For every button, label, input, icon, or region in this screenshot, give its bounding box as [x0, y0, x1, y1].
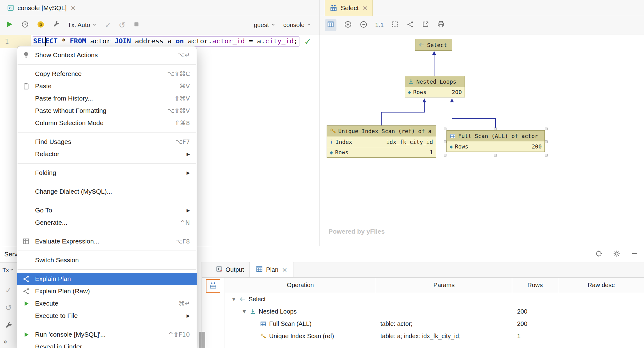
selection-handle[interactable]	[444, 154, 446, 156]
column-header-operation[interactable]: Operation	[225, 278, 376, 293]
rollback-button[interactable]: ↺	[119, 21, 125, 30]
menu-item-refactor[interactable]: Refactor▶	[17, 148, 197, 160]
menu-item-go-to[interactable]: Go To▶	[17, 204, 197, 216]
selection-handle[interactable]	[545, 154, 548, 156]
tab-label: Plan	[266, 266, 278, 273]
plan-table-row[interactable]: Full Scan (ALL)table: actor;200	[225, 318, 644, 330]
menu-item-change-dialect-mysql[interactable]: Change Dialect (MySQL)...	[17, 185, 197, 198]
column-header-params[interactable]: Params	[376, 278, 512, 293]
menu-item-execute-to-file[interactable]: Execute to File▶	[17, 310, 197, 322]
close-icon[interactable]: ×	[70, 5, 76, 11]
menu-item-paste[interactable]: Paste⌘V	[17, 80, 197, 92]
rows-label: Rows	[335, 149, 348, 156]
query-history-button[interactable]	[21, 20, 29, 30]
run-button[interactable]	[5, 20, 14, 30]
menu-item-shortcut: ⌥↵	[178, 51, 190, 59]
plan-node-nested-loops[interactable]: Nested Loops ◆ Rows 200	[405, 76, 465, 97]
menu-item-show-context-actions[interactable]: Show Context Actions⌥↵	[17, 49, 197, 61]
expand-arrow-icon[interactable]: ▼	[229, 297, 239, 302]
table-grid-icon	[327, 20, 335, 30]
selection-handle[interactable]	[545, 128, 548, 130]
selection-handle[interactable]	[444, 140, 446, 143]
console-settings-button[interactable]	[52, 20, 60, 30]
select-arrow-icon	[239, 296, 246, 303]
plan-diagram-canvas[interactable]: Select Nested Loops ◆ Rows 200 Unique In…	[320, 35, 644, 246]
stop-button[interactable]	[133, 21, 140, 30]
commit-rail-button[interactable]: ✓	[0, 286, 17, 295]
target-icon	[595, 250, 603, 259]
menu-item-label: Paste from History...	[35, 95, 93, 102]
show-visualization-button[interactable]	[206, 279, 220, 293]
chevron-down-icon	[92, 22, 97, 29]
column-header-rows[interactable]: Rows	[512, 278, 558, 293]
actual-size-button[interactable]: 1:1	[375, 22, 384, 29]
plan-table-row[interactable]: ▼Nested Loops200	[225, 305, 644, 318]
selection-handle[interactable]	[545, 140, 548, 143]
apply-layout-button[interactable]	[406, 21, 414, 30]
tx-rail-dropdown[interactable]: Tx	[0, 267, 17, 274]
menu-item-evaluate-expression[interactable]: Evaluate Expression...⌥F8	[17, 235, 197, 247]
tab-console-mysql[interactable]: console [MySQL] ×	[2, 0, 80, 16]
tx-mode-dropdown[interactable]: Tx: Auto	[68, 22, 97, 29]
menu-item-switch-session[interactable]: Switch Session	[17, 254, 197, 266]
close-icon[interactable]: ×	[282, 267, 287, 273]
plan-table-row[interactable]: Unique Index Scan (ref)table: a; index: …	[225, 330, 644, 342]
rows-value: 200	[444, 89, 462, 95]
zoom-out-button[interactable]	[359, 20, 368, 30]
sql-statement[interactable]: SELECT * FROM actor JOIN address a on ac…	[32, 36, 300, 47]
column-header-raw-desc[interactable]: Raw desc	[558, 278, 644, 293]
expand-arrow-icon[interactable]: ▼	[239, 309, 249, 314]
menu-item-explain-plan-raw[interactable]: Explain Plan (Raw)	[17, 285, 197, 297]
menu-item-generate[interactable]: Generate...^N	[17, 216, 197, 229]
print-button[interactable]	[437, 20, 445, 30]
settings-button[interactable]	[613, 250, 621, 259]
rollback-rail-button[interactable]: ↺	[0, 303, 17, 312]
menu-item-find-usages[interactable]: Find Usages⌥F7	[17, 136, 197, 148]
zoom-in-button[interactable]	[344, 20, 352, 30]
more-chevrons[interactable]: »	[3, 338, 7, 346]
session-dropdown[interactable]: console	[283, 22, 312, 29]
plan-table-row[interactable]: ▼Select	[225, 293, 644, 305]
node-selection-box[interactable]: Full Scan (ALL) of actor ◆ Rows 200	[445, 129, 546, 155]
console-output-panel: Output Plan × OperationParamsRowsRaw des…	[202, 262, 644, 348]
menu-item-label: Find Usages	[35, 138, 71, 145]
menu-item-column-selection-mode[interactable]: Column Selection Mode⇧⌘8	[17, 117, 197, 129]
chevron-down-icon	[271, 22, 276, 29]
tab-select[interactable]: Select ×	[325, 0, 373, 16]
rows-label: Rows	[455, 143, 468, 150]
schema-dropdown[interactable]: guest	[254, 22, 276, 29]
minimize-button[interactable]	[630, 250, 638, 259]
plan-node-select[interactable]: Select	[415, 39, 452, 51]
plan-node-unique-index-scan[interactable]: Unique Index Scan (ref) of a i Index idx…	[327, 125, 436, 158]
selection-handle[interactable]	[494, 128, 497, 130]
diamond-icon: ◆	[408, 90, 411, 95]
selection-handle[interactable]	[494, 154, 497, 156]
plan-node-full-scan[interactable]: Full Scan (ALL) of actor ◆ Rows 200	[446, 130, 545, 152]
valid-statement-icon: ✓	[304, 37, 311, 46]
menu-item-explain-plan[interactable]: Explain Plan	[17, 273, 197, 285]
index-key-icon	[260, 333, 266, 339]
selection-handle[interactable]	[444, 128, 446, 130]
plan-grid-icon	[255, 265, 263, 275]
menu-item-folding[interactable]: Folding▶	[17, 167, 197, 179]
tab-plan[interactable]: Plan ×	[249, 262, 293, 277]
menu-item-paste-without-formatting[interactable]: Paste without Formatting⌥⇧⌘V	[17, 105, 197, 117]
locate-button[interactable]	[595, 250, 603, 259]
menu-item-execute[interactable]: Execute⌘↵	[17, 297, 197, 310]
fit-content-button[interactable]	[391, 20, 399, 30]
menu-item-copy-reference[interactable]: Copy Reference⌥⇧⌘C	[17, 68, 197, 80]
close-icon[interactable]: ×	[362, 5, 368, 11]
grid-view-button[interactable]	[325, 19, 336, 31]
tab-output[interactable]: Output	[210, 262, 249, 277]
menu-item-paste-from-history[interactable]: Paste from History...⇧⌘V	[17, 92, 197, 105]
play-icon	[5, 20, 14, 30]
menu-item-run-console-mysql[interactable]: Run 'console [MySQL]'...^⇧F10	[17, 328, 197, 341]
menu-item-shortcut: ⌘↵	[179, 300, 190, 307]
menu-item-reveal-in-finder[interactable]: Reveal in Finder	[17, 341, 197, 348]
operation-label: Nested Loops	[259, 308, 296, 315]
gear-icon	[613, 250, 621, 259]
parameters-button[interactable]: p	[37, 20, 45, 30]
export-image-button[interactable]	[422, 20, 430, 30]
commit-button[interactable]: ✓	[104, 21, 111, 30]
settings-rail-button[interactable]	[0, 322, 17, 331]
